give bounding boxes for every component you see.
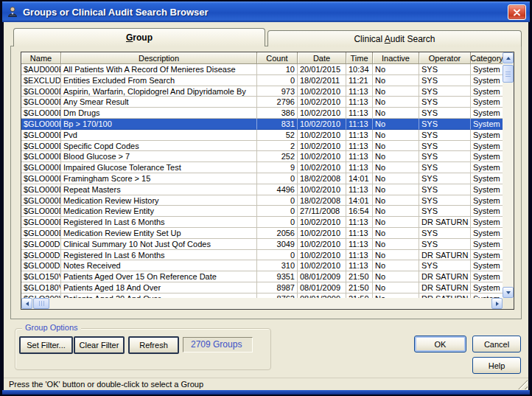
- scroll-left-button[interactable]: [21, 298, 32, 309]
- app-icon: [7, 6, 18, 18]
- table-cell: SYS: [419, 108, 471, 119]
- table-row[interactable]: $GLO000D6Dm Drugs38610/02/201011:13NoSYS…: [21, 108, 503, 119]
- table-cell: 11:13: [346, 86, 373, 97]
- table-cell: 8987: [257, 282, 298, 293]
- table-row[interactable]: $GLO000DERepeat Masters449610/02/201011:…: [21, 184, 503, 195]
- table-header: Name Description Count Date Time Inactiv…: [21, 52, 503, 64]
- scroll-up-button[interactable]: [503, 52, 514, 63]
- table-cell: Impaired Glucose Tolerance Test: [61, 162, 257, 173]
- groups-table: Name Description Count Date Time Inactiv…: [21, 52, 514, 310]
- clear-filter-button[interactable]: Clear Filter: [74, 336, 125, 354]
- column-header-name[interactable]: Name: [21, 52, 61, 64]
- table-cell: 2796: [257, 97, 298, 108]
- table-row[interactable]: $GLO000DGMedication Review Entity027/11/…: [21, 206, 503, 217]
- table-cell: SYS: [419, 206, 471, 217]
- window-title: Groups or Clinical Audit Search Browser: [23, 7, 209, 18]
- table-row[interactable]: $GLO000D9XPvd5210/02/201011:13NoSYSSyste…: [21, 130, 503, 141]
- close-button[interactable]: [508, 4, 526, 20]
- tab-group[interactable]: Group: [13, 28, 265, 46]
- column-header-description[interactable]: Description: [61, 52, 257, 64]
- column-header-category[interactable]: Category: [471, 52, 503, 64]
- table-cell: Patients Aged 18 And Over: [61, 282, 257, 293]
- table-row[interactable]: $GLO180VERPatients Aged 18 And Over89870…: [21, 282, 503, 293]
- set-filter-button[interactable]: Set Filter...: [19, 336, 73, 354]
- table-row[interactable]: $GLO00DJXNotes Received31010/02/201011:1…: [21, 260, 503, 271]
- table-cell: No: [373, 151, 419, 162]
- table-cell: $GLO000D3: [21, 86, 61, 97]
- table-cell: 0: [257, 250, 298, 261]
- table-row[interactable]: $GLO000DAXSpecific Copd Codes210/02/2010…: [21, 141, 503, 152]
- ok-button[interactable]: OK: [414, 336, 466, 352]
- table-cell: 52: [257, 130, 298, 141]
- table-cell: SYS: [419, 239, 471, 250]
- table-cell: System: [471, 75, 503, 86]
- table-row[interactable]: $GLO00DIXRegistered In Last 6 Months010/…: [21, 250, 503, 261]
- table-cell: Entities Excluded From Search: [61, 75, 257, 86]
- table-cell: 2: [257, 141, 298, 152]
- table-cell: System: [471, 282, 503, 293]
- table-row[interactable]: $GLO000DPMedication Review Entity Set Up…: [21, 228, 503, 239]
- table-cell: System: [471, 217, 503, 228]
- table-cell: $GLO000DAX: [21, 141, 61, 152]
- column-header-inactive[interactable]: Inactive: [373, 52, 419, 64]
- table-cell: System: [471, 86, 503, 97]
- table-cell: No: [373, 141, 419, 152]
- table-row[interactable]: $GLO000D8XBp > 170/10083110/02/201011:13…: [21, 119, 503, 130]
- table-row[interactable]: $GLO000D3Aspirin, Warfarin, Clopidogrel …: [21, 86, 503, 97]
- title-bar[interactable]: Groups or Clinical Audit Search Browser: [2, 1, 530, 22]
- table-cell: SYS: [419, 97, 471, 108]
- table-cell: SYS: [419, 151, 471, 162]
- table-cell: System: [471, 108, 503, 119]
- column-header-date[interactable]: Date: [298, 52, 346, 64]
- table-cell: SYS: [419, 260, 471, 271]
- table-row[interactable]: $GLO000D5Any Smear Result279610/02/20101…: [21, 97, 503, 108]
- vertical-scrollbar[interactable]: [503, 52, 514, 298]
- column-header-operator[interactable]: Operator: [419, 52, 471, 64]
- table-cell: $GLO000DG: [21, 206, 61, 217]
- column-header-count[interactable]: Count: [257, 52, 298, 64]
- tab-clinical-audit-search[interactable]: Clinical Audit Search: [267, 30, 522, 46]
- help-button[interactable]: Help: [472, 357, 521, 374]
- table-cell: Bp > 170/100: [61, 119, 257, 130]
- table-cell: No: [373, 206, 419, 217]
- table-cell: 21:50: [346, 282, 373, 293]
- table-cell: 11:13: [346, 217, 373, 228]
- table-cell: $GLO00DHX: [21, 239, 61, 250]
- table-row[interactable]: $EXCLUDEEntities Excluded From Search018…: [21, 75, 503, 86]
- table-cell: 08/01/2009: [298, 282, 346, 293]
- resize-grip[interactable]: [518, 380, 528, 389]
- window-border-bottom: [2, 390, 530, 395]
- scroll-down-button[interactable]: [503, 287, 514, 298]
- table-row[interactable]: $GLO00DHXClinical Summary 10 Not Just Qo…: [21, 239, 503, 250]
- horizontal-scroll-thumb[interactable]: [33, 298, 49, 309]
- table-row[interactable]: $GLO000DCImpaired Glucose Tolerance Test…: [21, 162, 503, 173]
- table-cell: 10/02/2010: [298, 97, 346, 108]
- table-row[interactable]: $GLO000DIRegistered In Last 6 Months010/…: [21, 217, 503, 228]
- table-cell: No: [373, 108, 419, 119]
- table-cell: SYS: [419, 162, 471, 173]
- table-cell: System: [471, 239, 503, 250]
- horizontal-scrollbar[interactable]: [21, 298, 503, 309]
- table-cell: DR SATURN: [419, 250, 471, 261]
- vertical-scroll-thumb[interactable]: [503, 65, 514, 83]
- table-cell: System: [471, 141, 503, 152]
- table-cell: 3049: [257, 239, 298, 250]
- group-count-field: 2709 Groups: [183, 337, 253, 352]
- cancel-button[interactable]: Cancel: [472, 336, 521, 352]
- table-cell: 27/11/2008: [298, 206, 346, 217]
- table-row[interactable]: $GLO000DDFramingham Score > 15018/02/200…: [21, 173, 503, 184]
- table-row[interactable]: $GLO150VERPatients Aged Over 15 On Refer…: [21, 271, 503, 282]
- table-row[interactable]: $GLO000DFMedication Review History018/02…: [21, 195, 503, 206]
- table-body: $AUD000EFMAll Patients With A Record Of …: [21, 64, 503, 298]
- table-row[interactable]: $GLO000DBBlood Glucose > 725210/02/20101…: [21, 151, 503, 162]
- table-cell: $GLO000DP: [21, 228, 61, 239]
- scroll-right-button[interactable]: [491, 298, 503, 309]
- table-cell: 16:54: [346, 206, 373, 217]
- table-cell: 2056: [257, 228, 298, 239]
- table-row[interactable]: $AUD000EFMAll Patients With A Record Of …: [21, 64, 503, 75]
- table-cell: Aspirin, Warfarin, Clopidogrel And Dipyr…: [61, 86, 257, 97]
- column-header-time[interactable]: Time: [346, 52, 373, 64]
- table-cell: 18/02/2008: [298, 173, 346, 184]
- refresh-button[interactable]: Refresh: [128, 336, 179, 354]
- table-cell: $EXCLUDE: [21, 75, 61, 86]
